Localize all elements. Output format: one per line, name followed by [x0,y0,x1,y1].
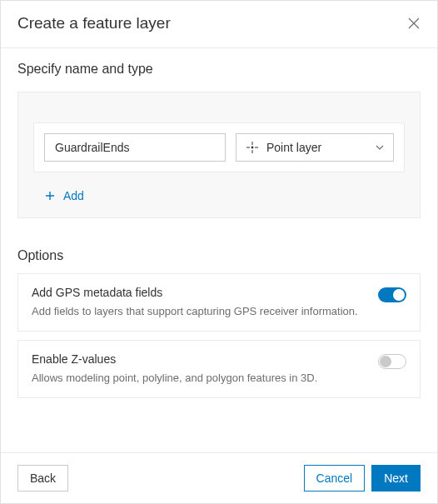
plus-icon [45,191,55,201]
cancel-button[interactable]: Cancel [304,465,366,492]
option-title: Enable Z-values [32,352,365,366]
option-desc: Add fields to layers that support captur… [32,304,365,319]
option-z-values: Enable Z-values Allows modeling point, p… [17,340,421,398]
chevron-down-icon [375,142,385,152]
option-text: Add GPS metadata fields Add fields to la… [32,286,365,319]
toggle-knob [380,356,391,367]
dialog-content: Specify name and type Point layer [1,48,437,452]
option-text: Enable Z-values Allows modeling point, p… [32,352,365,386]
back-button[interactable]: Back [17,465,68,492]
dialog-footer: Back Cancel Next [1,452,437,503]
option-desc: Allows modeling point, polyline, and pol… [32,371,365,386]
dialog-title: Create a feature layer [17,14,171,32]
add-label: Add [63,189,84,202]
options-heading: Options [17,248,421,263]
layer-type-label: Point layer [266,141,366,154]
layer-row: Point layer [33,122,405,172]
svg-point-0 [251,147,254,149]
toggle-knob [393,289,405,301]
add-layer-button[interactable]: Add [33,172,405,202]
option-gps-metadata: Add GPS metadata fields Add fields to la… [17,273,421,332]
z-values-toggle[interactable] [378,354,406,369]
point-layer-icon [246,142,258,153]
next-button[interactable]: Next [371,465,421,492]
dialog-header: Create a feature layer [1,1,437,48]
layer-type-select[interactable]: Point layer [236,133,394,162]
option-title: Add GPS metadata fields [32,286,365,299]
layer-spec-box: Point layer Add [17,92,421,218]
layer-name-input[interactable] [44,133,226,162]
specify-heading: Specify name and type [17,62,421,77]
close-icon[interactable] [407,17,421,30]
gps-metadata-toggle[interactable] [378,287,406,302]
